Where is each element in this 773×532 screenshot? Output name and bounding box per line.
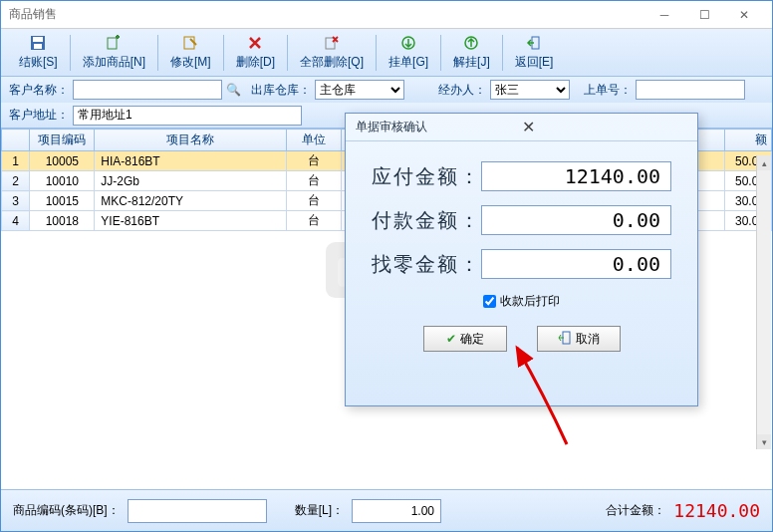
svg-rect-5 xyxy=(326,38,335,49)
svg-rect-3 xyxy=(108,38,117,49)
order-no-input[interactable] xyxy=(636,80,745,100)
back-icon xyxy=(525,34,543,52)
barcode-label: 商品编码(条码)[B]： xyxy=(13,502,120,519)
unhold-icon xyxy=(462,34,480,52)
dialog-title: 单据审核确认 xyxy=(356,119,522,135)
delete-all-icon xyxy=(323,34,341,52)
scroll-up-icon[interactable]: ▴ xyxy=(757,155,771,170)
row-number: 1 xyxy=(2,151,30,171)
edit-button[interactable]: 修改[M] xyxy=(160,32,221,73)
cell-code: 10010 xyxy=(30,171,95,191)
title-bar: 商品销售 ─ ☐ ✕ xyxy=(1,1,772,29)
warehouse-label: 出库仓库： xyxy=(251,82,311,99)
address-input[interactable] xyxy=(73,106,302,126)
customer-name-input[interactable] xyxy=(73,80,222,100)
vertical-scrollbar[interactable]: ▴ ▾ xyxy=(756,155,771,449)
edit-icon xyxy=(181,34,199,52)
order-no-label: 上单号： xyxy=(584,82,632,99)
row-number: 2 xyxy=(2,171,30,191)
print-label: 收款后打印 xyxy=(500,294,560,308)
row-number: 4 xyxy=(2,211,30,231)
unhold-button[interactable]: 解挂[J] xyxy=(443,32,500,73)
check-icon: ✔ xyxy=(446,332,456,346)
col-unit[interactable]: 单位 xyxy=(287,130,342,151)
save-icon xyxy=(29,34,47,52)
delete-button[interactable]: 删除[D] xyxy=(226,32,285,73)
ok-button[interactable]: ✔确定 xyxy=(423,326,507,352)
hold-icon xyxy=(399,34,417,52)
qty-label: 数量[L]： xyxy=(295,502,344,519)
hold-button[interactable]: 挂单[G] xyxy=(379,32,438,73)
svg-rect-4 xyxy=(184,37,194,49)
delete-all-button[interactable]: 全部删除[Q] xyxy=(290,32,374,73)
toolbar: 结账[S] 添加商品[N] 修改[M] 删除[D] 全部删除[Q] 挂单[G] … xyxy=(1,29,772,77)
paid-input[interactable]: 0.00 xyxy=(481,205,671,235)
cell-name: YIE-816BT xyxy=(95,211,287,231)
cell-unit: 台 xyxy=(287,191,342,211)
address-label: 客户地址： xyxy=(9,107,69,124)
footer-bar: 商品编码(条码)[B]： 数量[L]： 合计金额： 12140.00 xyxy=(1,489,772,531)
close-button[interactable]: ✕ xyxy=(724,5,764,25)
window-title: 商品销售 xyxy=(9,6,644,23)
change-label: 找零金额： xyxy=(372,251,481,278)
cell-code: 10005 xyxy=(30,151,95,171)
paid-label: 付款金额： xyxy=(372,207,481,234)
payable-value: 12140.00 xyxy=(481,161,671,191)
handler-label: 经办人： xyxy=(438,82,486,99)
cell-unit: 台 xyxy=(287,171,342,191)
row-number: 3 xyxy=(2,191,30,211)
col-code[interactable]: 项目编码 xyxy=(30,130,95,151)
warehouse-select[interactable]: 主仓库 xyxy=(315,80,404,100)
delete-icon xyxy=(246,34,264,52)
add-item-button[interactable]: 添加商品[N] xyxy=(73,32,155,73)
cancel-button[interactable]: 取消 xyxy=(537,326,621,352)
scroll-down-icon[interactable]: ▾ xyxy=(757,434,771,449)
col-rownum[interactable] xyxy=(2,130,30,151)
maximize-button[interactable]: ☐ xyxy=(684,5,724,25)
svg-rect-13 xyxy=(563,332,570,344)
cell-name: HIA-816BT xyxy=(95,151,287,171)
col-name[interactable]: 项目名称 xyxy=(95,130,287,151)
add-icon xyxy=(105,34,123,52)
cell-name: MKC-812/20TY xyxy=(95,191,287,211)
barcode-input[interactable] xyxy=(128,499,267,523)
col-amount[interactable]: 额 xyxy=(725,130,772,151)
cell-unit: 台 xyxy=(287,151,342,171)
total-label: 合计金额： xyxy=(606,502,665,519)
total-amount: 12140.00 xyxy=(673,500,760,521)
payable-label: 应付金额： xyxy=(372,163,481,190)
svg-rect-1 xyxy=(33,37,43,42)
checkout-button[interactable]: 结账[S] xyxy=(9,32,68,73)
cell-unit: 台 xyxy=(287,211,342,231)
dialog-close-icon[interactable]: ✕ xyxy=(522,118,688,136)
search-icon[interactable]: 🔍 xyxy=(226,83,241,97)
customer-name-label: 客户名称： xyxy=(9,82,69,99)
svg-rect-2 xyxy=(34,44,42,49)
handler-select[interactable]: 张三 xyxy=(490,80,570,100)
cell-code: 10015 xyxy=(30,191,95,211)
confirm-dialog: 单据审核确认 ✕ 应付金额：12140.00 付款金额：0.00 找零金额：0.… xyxy=(345,113,698,406)
print-checkbox[interactable] xyxy=(483,295,496,308)
minimize-button[interactable]: ─ xyxy=(644,5,684,25)
form-row-1: 客户名称： 🔍 出库仓库： 主仓库 经办人： 张三 上单号： xyxy=(1,77,772,103)
qty-input[interactable] xyxy=(352,499,441,523)
cell-name: JJ-2Gb xyxy=(95,171,287,191)
change-value: 0.00 xyxy=(481,249,671,279)
back-button[interactable]: 返回[E] xyxy=(505,32,564,73)
cell-code: 10018 xyxy=(30,211,95,231)
cancel-icon xyxy=(558,331,572,348)
